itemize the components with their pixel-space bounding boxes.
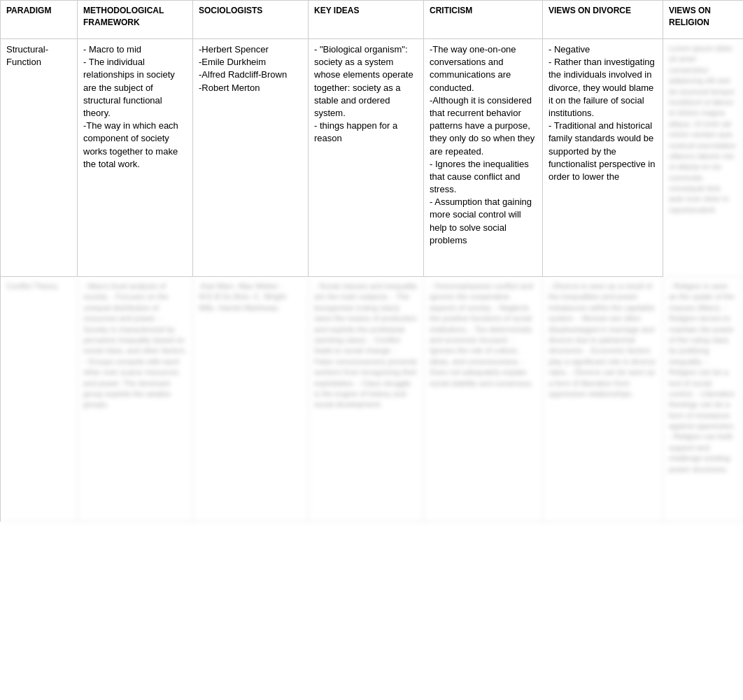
row2-key-ideas: - Social classes and inequality are the … bbox=[309, 277, 424, 522]
row1-criticism: -The way one-on-one conversations and co… bbox=[424, 39, 543, 277]
row2-ki-text: - Social classes and inequality are the … bbox=[314, 282, 417, 408]
row1-views-religion: Lorem ipsum dolor sit amet consectetur a… bbox=[663, 39, 743, 277]
row2-div-text: - Divorce is seen as a result of the ine… bbox=[549, 282, 656, 398]
row1-div-text: - Negative- Rather than investigating th… bbox=[549, 44, 655, 182]
header-views-divorce: VIEWS ON DIVORCE bbox=[543, 1, 663, 39]
row1-views-divorce: - Negative- Rather than investigating th… bbox=[543, 39, 663, 277]
row1-mf-text: - Macro to mid- The individual relations… bbox=[83, 44, 178, 169]
row2-sociologists: -Karl Marx -Max Weber -W.E.B Du Bois -C.… bbox=[193, 277, 309, 522]
header-methodological-framework: METHODOLOGICAL FRAMEWORK bbox=[78, 1, 193, 39]
table-grid: PARADIGM METHODOLOGICAL FRAMEWORK SOCIOL… bbox=[0, 0, 743, 522]
main-table: PARADIGM METHODOLOGICAL FRAMEWORK SOCIOL… bbox=[0, 0, 743, 700]
header-key-ideas: KEY IDEAS bbox=[309, 1, 424, 39]
row2-views-religion: - Religion is seen as the opiate of the … bbox=[663, 277, 743, 522]
row2-mf-text: - Macro level analysis of society. - Foc… bbox=[83, 282, 187, 408]
row2-criticism: - Overemphasizes conflict and ignores th… bbox=[424, 277, 543, 522]
header-sociologists: SOCIOLOGISTS bbox=[193, 1, 309, 39]
row1-key-ideas: - "Biological organism": society as a sy… bbox=[309, 39, 424, 277]
row2-rel-text: - Religion is seen as the opiate of the … bbox=[669, 282, 735, 473]
row1-ki-text: - "Biological organism": society as a sy… bbox=[314, 44, 413, 143]
row1-sociologists: -Herbert Spencer-Emile Durkheim-Alfred R… bbox=[193, 39, 309, 277]
row2-crit-text: - Overemphasizes conflict and ignores th… bbox=[430, 282, 533, 387]
header-criticism: CRITICISM bbox=[424, 1, 543, 39]
row1-paradigm: Structural-Function bbox=[1, 39, 78, 277]
row2-views-divorce: - Divorce is seen as a result of the ine… bbox=[543, 277, 663, 522]
row2-par-text: Conflict Theory bbox=[6, 282, 58, 290]
row2-soc-text: -Karl Marx -Max Weber -W.E.B Du Bois -C.… bbox=[199, 282, 286, 312]
row1-methodological-framework: - Macro to mid- The individual relations… bbox=[78, 39, 193, 277]
header-paradigm: PARADIGM bbox=[1, 1, 78, 39]
row2-paradigm: Conflict Theory bbox=[1, 277, 78, 522]
row1-crit-text: -The way one-on-one conversations and co… bbox=[430, 44, 535, 245]
header-views-religion: VIEWS ON RELIGION bbox=[663, 1, 743, 39]
row1-soc-text: -Herbert Spencer-Emile Durkheim-Alfred R… bbox=[199, 44, 287, 93]
row1-rel-text: Lorem ipsum dolor sit amet consectetur a… bbox=[669, 44, 736, 214]
row2-methodological-framework: - Macro level analysis of society. - Foc… bbox=[78, 277, 193, 522]
